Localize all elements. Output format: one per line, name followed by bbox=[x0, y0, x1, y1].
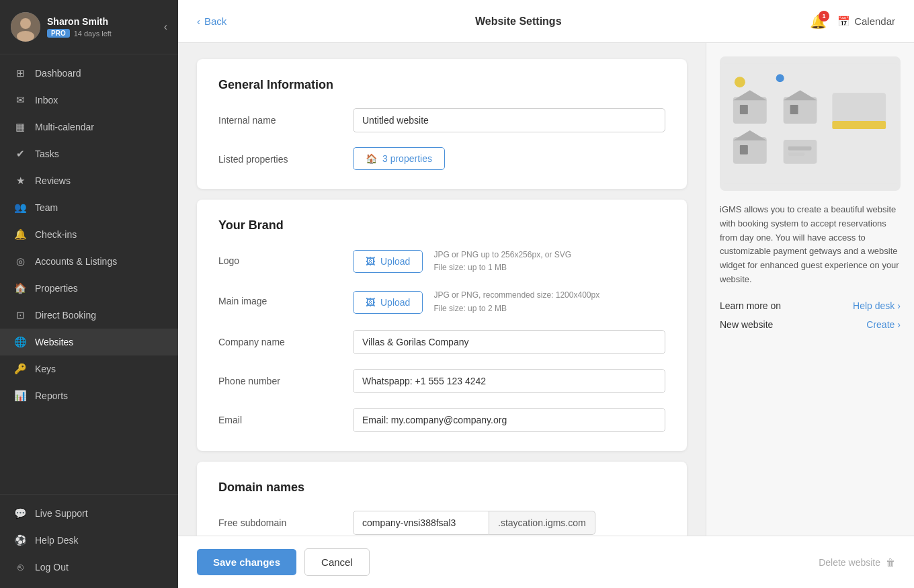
back-chevron-icon: ‹ bbox=[197, 15, 200, 27]
sidebar-item-websites[interactable]: 🌐 Websites bbox=[0, 329, 178, 355]
sidebar-item-label-properties: Properties bbox=[35, 283, 78, 294]
properties-icon: 🏠 bbox=[13, 282, 27, 294]
logo-upload-row: 🖼 Upload JPG or PNG up to 256x256px, or … bbox=[353, 249, 571, 274]
logo-hint-line2: File size: up to 1 MB bbox=[433, 261, 571, 274]
save-button[interactable]: Save changes bbox=[197, 549, 296, 575]
new-website-row: New website Create › bbox=[720, 319, 901, 330]
domain-title: Domain names bbox=[218, 480, 665, 495]
upload-icon-2: 🖼 bbox=[366, 297, 375, 308]
inbox-icon: ✉ bbox=[13, 94, 27, 106]
notifications-button[interactable]: 🔔 1 bbox=[810, 13, 827, 30]
content-area: General Information Internal name Listed… bbox=[178, 43, 914, 536]
help-desk-link[interactable]: Help desk › bbox=[853, 300, 901, 311]
logo-upload-label: Upload bbox=[380, 256, 410, 267]
logo-hint: JPG or PNG up to 256x256px, or SVG File … bbox=[433, 249, 571, 274]
svg-rect-9 bbox=[784, 97, 817, 124]
main-image-row: Main image 🖼 Upload JPG or PNG, recommen… bbox=[218, 289, 665, 314]
svg-rect-18 bbox=[788, 146, 812, 151]
sidebar-item-label-live-support: Live Support bbox=[35, 508, 88, 519]
chevron-right-icon: › bbox=[897, 300, 901, 311]
sidebar-item-reports[interactable]: 📊 Reports bbox=[0, 382, 178, 409]
user-name: Sharon Smith bbox=[47, 16, 112, 27]
svg-point-1 bbox=[20, 18, 31, 29]
sidebar-item-label-websites: Websites bbox=[35, 337, 73, 347]
brand-title: Your Brand bbox=[218, 218, 665, 233]
sidebar-item-label-accounts-listings: Accounts & Listings bbox=[35, 256, 117, 267]
website-preview bbox=[720, 56, 901, 191]
main-image-hint: JPG or PNG, recommended size: 1200x400px… bbox=[433, 289, 599, 314]
sidebar-item-label-direct-booking: Direct Booking bbox=[35, 310, 96, 321]
form-footer: Save changes Cancel Delete website 🗑 bbox=[178, 536, 914, 588]
svg-rect-6 bbox=[733, 97, 767, 124]
sidebar-user: Sharon Smith PRO 14 days left bbox=[11, 12, 112, 42]
sidebar-item-dashboard[interactable]: ⊞ Dashboard bbox=[0, 60, 178, 87]
sidebar-item-reviews[interactable]: ★ Reviews bbox=[0, 167, 178, 194]
log-out-icon: ⎋ bbox=[13, 561, 27, 573]
keys-icon: 🔑 bbox=[13, 363, 27, 375]
svg-rect-8 bbox=[740, 105, 748, 114]
calendar-button[interactable]: 📅 Calendar bbox=[837, 15, 895, 28]
user-info: Sharon Smith PRO 14 days left bbox=[47, 16, 112, 38]
svg-rect-19 bbox=[788, 153, 805, 156]
sidebar: Sharon Smith PRO 14 days left ‹ ⊞ Dashbo… bbox=[0, 0, 178, 588]
reports-icon: 📊 bbox=[13, 390, 27, 402]
svg-point-5 bbox=[776, 74, 784, 82]
listed-properties-button[interactable]: 🏠 3 properties bbox=[353, 147, 445, 170]
main-image-hint-line2: File size: up to 2 MB bbox=[433, 302, 599, 315]
back-button[interactable]: ‹ Back bbox=[197, 15, 226, 27]
sidebar-item-tasks[interactable]: ✔ Tasks bbox=[0, 140, 178, 167]
sidebar-item-label-dashboard: Dashboard bbox=[35, 68, 81, 79]
subdomain-input-row: .staycation.igms.com bbox=[353, 511, 595, 535]
sidebar-item-help-desk[interactable]: ⚽ Help Desk bbox=[0, 527, 178, 554]
sidebar-item-label-reports: Reports bbox=[35, 390, 68, 401]
sidebar-item-live-support[interactable]: 💬 Live Support bbox=[0, 500, 178, 527]
sidebar-item-label-check-ins: Check-ins bbox=[35, 229, 77, 240]
create-website-link[interactable]: Create › bbox=[866, 319, 901, 330]
subdomain-suffix: .staycation.igms.com bbox=[489, 511, 595, 535]
home-icon: 🏠 bbox=[366, 153, 377, 164]
topbar: ‹ Back Website Settings 🔔 1 📅 Calendar bbox=[178, 0, 914, 43]
sidebar-nav: ⊞ Dashboard✉ Inbox▦ Multi-calendar✔ Task… bbox=[0, 54, 178, 494]
main-image-upload-button[interactable]: 🖼 Upload bbox=[353, 291, 423, 314]
phone-label: Phone number bbox=[218, 369, 353, 386]
listed-properties-label: Listed properties bbox=[218, 147, 353, 165]
sidebar-item-label-multi-calendar: Multi-calendar bbox=[35, 122, 94, 132]
sidebar-item-accounts-listings[interactable]: ◎ Accounts & Listings bbox=[0, 248, 178, 275]
logo-row: Logo 🖼 Upload JPG or PNG up to 256x256px… bbox=[218, 249, 665, 274]
company-name-input[interactable] bbox=[353, 330, 665, 354]
sidebar-item-team[interactable]: 👥 Team bbox=[0, 194, 178, 221]
sidebar-item-multi-calendar[interactable]: ▦ Multi-calendar bbox=[0, 114, 178, 140]
delete-button[interactable]: Delete website 🗑 bbox=[819, 557, 895, 568]
page-title: Website Settings bbox=[226, 15, 810, 28]
pro-badge: PRO bbox=[47, 29, 70, 38]
svg-rect-11 bbox=[790, 105, 798, 114]
sidebar-item-direct-booking[interactable]: ⊡ Direct Booking bbox=[0, 302, 178, 329]
sidebar-item-label-inbox: Inbox bbox=[35, 95, 58, 106]
main-image-upload-label: Upload bbox=[380, 297, 410, 308]
sidebar-item-inbox[interactable]: ✉ Inbox bbox=[0, 87, 178, 114]
sidebar-item-label-keys: Keys bbox=[35, 364, 56, 374]
internal-name-input[interactable] bbox=[353, 108, 665, 132]
sidebar-item-check-ins[interactable]: 🔔 Check-ins bbox=[0, 221, 178, 248]
free-subdomain-label: Free subdomain bbox=[218, 511, 353, 528]
notification-badge: 1 bbox=[819, 11, 829, 22]
email-input[interactable] bbox=[353, 408, 665, 432]
logo-label: Logo bbox=[218, 249, 353, 266]
internal-name-row: Internal name bbox=[218, 108, 665, 132]
delete-label: Delete website bbox=[819, 557, 880, 568]
phone-row: Phone number bbox=[218, 369, 665, 393]
sidebar-header: Sharon Smith PRO 14 days left ‹ bbox=[0, 0, 178, 54]
logo-upload-button[interactable]: 🖼 Upload bbox=[353, 250, 423, 273]
svg-point-4 bbox=[735, 77, 745, 87]
subdomain-input[interactable] bbox=[353, 511, 489, 535]
accounts-listings-icon: ◎ bbox=[13, 255, 27, 267]
phone-input[interactable] bbox=[353, 369, 665, 393]
free-subdomain-row: Free subdomain .staycation.igms.com bbox=[218, 511, 665, 535]
sidebar-item-keys[interactable]: 🔑 Keys bbox=[0, 355, 178, 382]
sidebar-item-properties[interactable]: 🏠 Properties bbox=[0, 275, 178, 302]
collapse-button[interactable]: ‹ bbox=[164, 21, 167, 33]
general-info-title: General Information bbox=[218, 78, 665, 92]
cancel-button[interactable]: Cancel bbox=[304, 548, 370, 576]
sidebar-item-log-out[interactable]: ⎋ Log Out bbox=[0, 554, 178, 580]
team-icon: 👥 bbox=[13, 202, 27, 214]
